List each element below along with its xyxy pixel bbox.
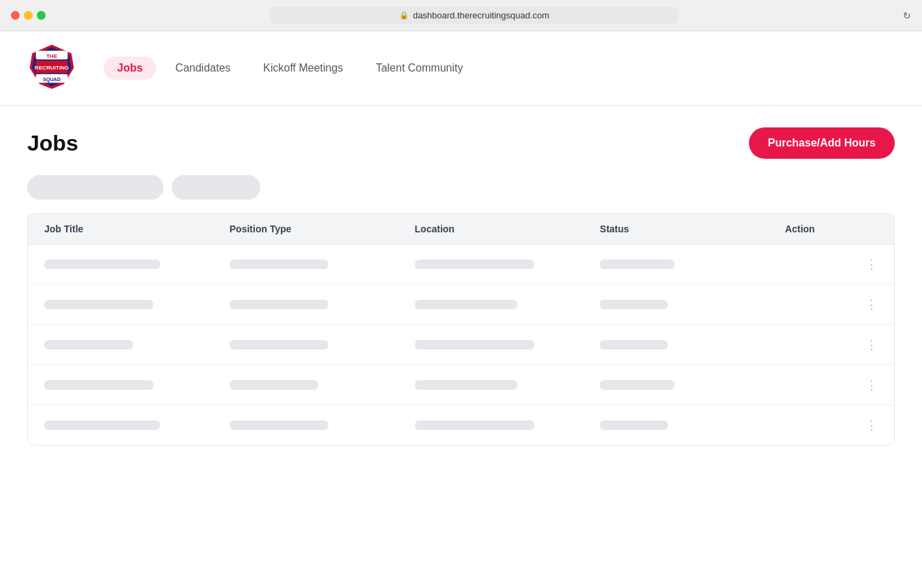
skeleton-cell [230,340,328,350]
browser-chrome: 🔒 dashboard.therecruitingsquad.com ↻ [0,0,922,31]
skeleton-cell [415,300,517,309]
nav-item-candidates[interactable]: Candidates [162,57,244,80]
filter-skeleton-2 [172,175,260,200]
svg-text:THE: THE [46,53,58,59]
page-title: Jobs [27,131,78,156]
skeleton-cell [230,380,318,390]
filter-skeleton-1 [27,175,164,200]
table-body: ⋮ ⋮ ⋮ [28,245,894,445]
skeleton-cell [415,420,534,430]
skeleton-cell [600,260,675,269]
col-location: Location [415,223,600,234]
nav-item-kickoff[interactable]: Kickoff Meetings [249,57,356,80]
lock-icon: 🔒 [399,11,409,20]
url-text: dashboard.therecruitingsquad.com [413,10,549,20]
skeleton-cell [44,260,160,269]
skeleton-cell [415,380,517,390]
col-job-title: Job Title [44,223,230,234]
logo-wrap: THE RECRUITING SQUAD [27,42,76,94]
row-action-menu[interactable]: ⋮ [785,297,878,312]
svg-text:RECRUITING: RECRUITING [35,65,69,71]
header: THE RECRUITING SQUAD Jobs Candidates Kic… [0,31,922,106]
skeleton-cell [600,380,675,390]
table-header: Job Title Position Type Location Status … [28,214,894,245]
maximize-button[interactable] [37,11,46,20]
table-row: ⋮ [28,325,894,365]
purchase-add-hours-button[interactable]: Purchase/Add Hours [749,127,895,159]
skeleton-cell [44,420,160,430]
main-content: Jobs Purchase/Add Hours Job Title Positi… [0,106,922,467]
page: THE RECRUITING SQUAD Jobs Candidates Kic… [0,31,922,572]
row-action-menu[interactable]: ⋮ [785,257,878,272]
table-row: ⋮ [28,405,894,445]
address-bar[interactable]: 🔒 dashboard.therecruitingsquad.com [270,7,679,24]
jobs-table: Job Title Position Type Location Status … [27,213,895,446]
minimize-button[interactable] [24,11,33,20]
skeleton-cell [230,300,328,309]
skeleton-cell [415,260,534,269]
table-row: ⋮ [28,285,894,325]
skeleton-cell [230,260,328,269]
col-position-type: Position Type [230,223,415,234]
row-action-menu[interactable]: ⋮ [785,337,878,352]
address-bar-wrapper: 🔒 dashboard.therecruitingsquad.com [54,7,895,24]
skeleton-cell [44,380,153,390]
row-action-menu[interactable]: ⋮ [785,418,878,433]
skeleton-cell [600,300,668,309]
page-header: Jobs Purchase/Add Hours [27,127,895,159]
skeleton-cell [44,300,153,309]
row-action-menu[interactable]: ⋮ [785,377,878,392]
logo-image: THE RECRUITING SQUAD [27,42,76,91]
col-action: Action [785,223,878,234]
skeleton-cell [600,340,668,350]
nav-item-jobs[interactable]: Jobs [104,57,156,80]
reload-button[interactable]: ↻ [903,10,911,21]
traffic-lights [11,11,46,20]
skeleton-cell [44,340,133,350]
svg-text:SQUAD: SQUAD [43,76,61,82]
close-button[interactable] [11,11,20,20]
skeleton-cell [415,340,534,350]
table-row: ⋮ [28,245,894,285]
table-row: ⋮ [28,365,894,405]
col-status: Status [600,223,785,234]
filter-row [27,175,895,200]
skeleton-cell [600,420,668,430]
nav-items: Jobs Candidates Kickoff Meetings Talent … [104,57,476,80]
skeleton-cell [230,420,328,430]
nav-item-talent[interactable]: Talent Community [362,57,476,80]
